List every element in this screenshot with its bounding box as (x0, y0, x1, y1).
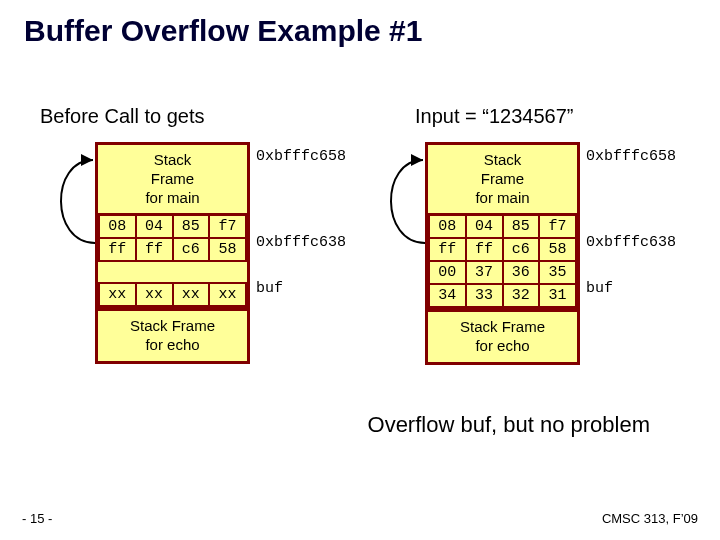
conclusion: Overflow buf, but no problem (368, 412, 650, 438)
byte: ff (428, 237, 467, 262)
left-row1: 08 04 85 f7 (98, 216, 247, 239)
byte: ff (135, 237, 174, 262)
right-row1: 08 04 85 f7 (428, 216, 577, 239)
back-pointer-arrow-right (391, 160, 425, 243)
byte: 58 (208, 237, 247, 262)
byte: 04 (465, 214, 504, 239)
footer-right: CMSC 313, F’09 (602, 511, 698, 526)
footer-left: - 15 - (22, 511, 52, 526)
frame-echo-right: Stack Framefor echo (425, 309, 580, 365)
byte: 37 (465, 260, 504, 285)
right-row3: 00 37 36 35 (428, 262, 577, 285)
addr-right-top: 0xbfffc658 (586, 148, 676, 165)
frame-main-left-text: StackFramefor main (145, 151, 199, 206)
frame-echo-left-text: Stack Framefor echo (130, 317, 215, 353)
input-header-text: Input = “1234567” (415, 105, 573, 127)
right-row2: ff ff c6 58 (428, 239, 577, 262)
byte: 34 (428, 283, 467, 308)
frame-main-left: StackFramefor main (95, 142, 250, 216)
addr-right-row2: 0xbfffc638 (586, 234, 676, 251)
right-row4: 34 33 32 31 (428, 285, 577, 308)
frame-main-right-text: StackFramefor main (475, 151, 529, 206)
byte: xx (208, 282, 247, 307)
stack-right: StackFramefor main 08 04 85 f7 ff ff c6 … (425, 142, 580, 365)
byte: ff (465, 237, 504, 262)
frame-echo-left: Stack Framefor echo (95, 308, 250, 364)
frame-main-right: StackFramefor main (425, 142, 580, 216)
byte: 04 (135, 214, 174, 239)
stack-left: StackFramefor main 08 04 85 f7 ff ff c6 … (95, 142, 250, 364)
before-header-text: Before Call to gets (40, 105, 205, 127)
byte: 35 (538, 260, 577, 285)
byte: 00 (428, 260, 467, 285)
left-row3: xx xx xx xx (98, 284, 247, 307)
addr-left-row2: 0xbfffc638 (256, 234, 346, 251)
input-header: Input = “1234567” (415, 105, 573, 128)
back-pointer-arrow-left (61, 160, 95, 243)
byte: xx (98, 282, 137, 307)
byte: ff (98, 237, 137, 262)
byte: 58 (538, 237, 577, 262)
byte: xx (172, 282, 211, 307)
byte: 85 (502, 214, 541, 239)
byte: 85 (172, 214, 211, 239)
frame-echo-right-text: Stack Framefor echo (460, 318, 545, 354)
byte: 32 (502, 283, 541, 308)
byte: c6 (502, 237, 541, 262)
byte: 08 (428, 214, 467, 239)
byte: f7 (208, 214, 247, 239)
byte: f7 (538, 214, 577, 239)
buf-left: buf (256, 280, 283, 297)
left-row2: ff ff c6 58 (98, 239, 247, 262)
addr-left-top: 0xbfffc658 (256, 148, 346, 165)
byte: 31 (538, 283, 577, 308)
byte: 33 (465, 283, 504, 308)
buf-right: buf (586, 280, 613, 297)
byte: xx (135, 282, 174, 307)
before-header: Before Call to gets (40, 105, 205, 128)
slide-title: Buffer Overflow Example #1 (24, 14, 422, 48)
byte: 36 (502, 260, 541, 285)
byte: 08 (98, 214, 137, 239)
byte: c6 (172, 237, 211, 262)
